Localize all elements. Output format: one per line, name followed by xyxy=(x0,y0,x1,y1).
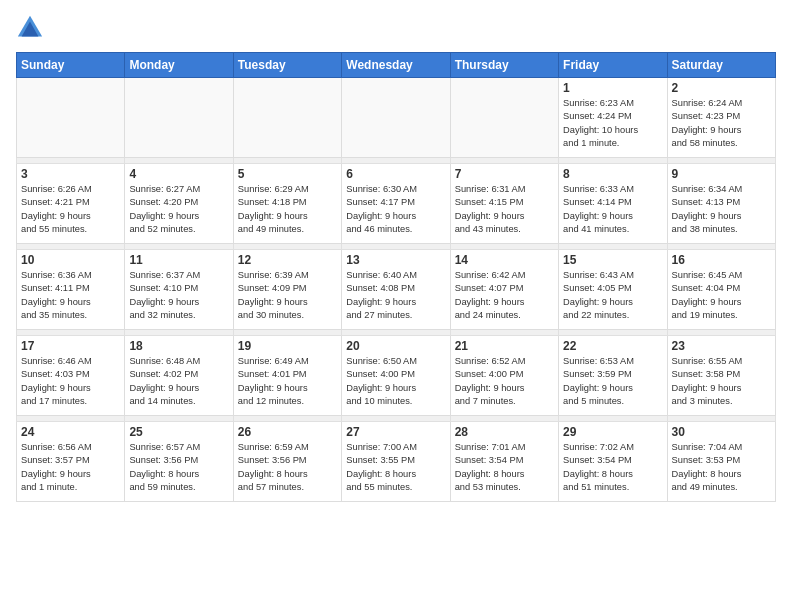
day-info: Sunrise: 6:43 AM Sunset: 4:05 PM Dayligh… xyxy=(563,269,662,323)
day-number: 18 xyxy=(129,339,228,353)
week-row-1: 1Sunrise: 6:23 AM Sunset: 4:24 PM Daylig… xyxy=(17,78,776,158)
day-number: 1 xyxy=(563,81,662,95)
day-cell: 24Sunrise: 6:56 AM Sunset: 3:57 PM Dayli… xyxy=(17,422,125,502)
day-cell: 2Sunrise: 6:24 AM Sunset: 4:23 PM Daylig… xyxy=(667,78,775,158)
week-row-5: 24Sunrise: 6:56 AM Sunset: 3:57 PM Dayli… xyxy=(17,422,776,502)
day-info: Sunrise: 6:31 AM Sunset: 4:15 PM Dayligh… xyxy=(455,183,554,237)
day-cell: 28Sunrise: 7:01 AM Sunset: 3:54 PM Dayli… xyxy=(450,422,558,502)
day-cell: 21Sunrise: 6:52 AM Sunset: 4:00 PM Dayli… xyxy=(450,336,558,416)
day-info: Sunrise: 6:36 AM Sunset: 4:11 PM Dayligh… xyxy=(21,269,120,323)
day-number: 11 xyxy=(129,253,228,267)
day-number: 10 xyxy=(21,253,120,267)
day-number: 28 xyxy=(455,425,554,439)
weekday-header-friday: Friday xyxy=(559,53,667,78)
day-cell: 6Sunrise: 6:30 AM Sunset: 4:17 PM Daylig… xyxy=(342,164,450,244)
day-cell: 13Sunrise: 6:40 AM Sunset: 4:08 PM Dayli… xyxy=(342,250,450,330)
day-cell: 8Sunrise: 6:33 AM Sunset: 4:14 PM Daylig… xyxy=(559,164,667,244)
day-number: 22 xyxy=(563,339,662,353)
day-info: Sunrise: 6:27 AM Sunset: 4:20 PM Dayligh… xyxy=(129,183,228,237)
day-number: 27 xyxy=(346,425,445,439)
day-cell: 9Sunrise: 6:34 AM Sunset: 4:13 PM Daylig… xyxy=(667,164,775,244)
day-number: 23 xyxy=(672,339,771,353)
day-cell: 15Sunrise: 6:43 AM Sunset: 4:05 PM Dayli… xyxy=(559,250,667,330)
week-row-4: 17Sunrise: 6:46 AM Sunset: 4:03 PM Dayli… xyxy=(17,336,776,416)
day-number: 9 xyxy=(672,167,771,181)
day-cell: 17Sunrise: 6:46 AM Sunset: 4:03 PM Dayli… xyxy=(17,336,125,416)
week-row-3: 10Sunrise: 6:36 AM Sunset: 4:11 PM Dayli… xyxy=(17,250,776,330)
week-row-2: 3Sunrise: 6:26 AM Sunset: 4:21 PM Daylig… xyxy=(17,164,776,244)
day-cell xyxy=(233,78,341,158)
day-cell: 19Sunrise: 6:49 AM Sunset: 4:01 PM Dayli… xyxy=(233,336,341,416)
day-info: Sunrise: 6:52 AM Sunset: 4:00 PM Dayligh… xyxy=(455,355,554,409)
logo xyxy=(16,16,46,44)
day-number: 17 xyxy=(21,339,120,353)
weekday-header-wednesday: Wednesday xyxy=(342,53,450,78)
day-info: Sunrise: 7:00 AM Sunset: 3:55 PM Dayligh… xyxy=(346,441,445,495)
day-info: Sunrise: 6:39 AM Sunset: 4:09 PM Dayligh… xyxy=(238,269,337,323)
weekday-header-saturday: Saturday xyxy=(667,53,775,78)
day-info: Sunrise: 7:01 AM Sunset: 3:54 PM Dayligh… xyxy=(455,441,554,495)
day-number: 16 xyxy=(672,253,771,267)
day-number: 15 xyxy=(563,253,662,267)
day-info: Sunrise: 6:30 AM Sunset: 4:17 PM Dayligh… xyxy=(346,183,445,237)
day-info: Sunrise: 6:46 AM Sunset: 4:03 PM Dayligh… xyxy=(21,355,120,409)
day-number: 13 xyxy=(346,253,445,267)
day-number: 12 xyxy=(238,253,337,267)
day-info: Sunrise: 6:33 AM Sunset: 4:14 PM Dayligh… xyxy=(563,183,662,237)
day-info: Sunrise: 6:48 AM Sunset: 4:02 PM Dayligh… xyxy=(129,355,228,409)
weekday-header-monday: Monday xyxy=(125,53,233,78)
day-cell: 10Sunrise: 6:36 AM Sunset: 4:11 PM Dayli… xyxy=(17,250,125,330)
day-number: 26 xyxy=(238,425,337,439)
day-number: 6 xyxy=(346,167,445,181)
day-info: Sunrise: 6:53 AM Sunset: 3:59 PM Dayligh… xyxy=(563,355,662,409)
weekday-header-sunday: Sunday xyxy=(17,53,125,78)
day-info: Sunrise: 6:37 AM Sunset: 4:10 PM Dayligh… xyxy=(129,269,228,323)
day-info: Sunrise: 6:59 AM Sunset: 3:56 PM Dayligh… xyxy=(238,441,337,495)
day-number: 14 xyxy=(455,253,554,267)
day-cell xyxy=(17,78,125,158)
day-info: Sunrise: 6:34 AM Sunset: 4:13 PM Dayligh… xyxy=(672,183,771,237)
day-info: Sunrise: 6:29 AM Sunset: 4:18 PM Dayligh… xyxy=(238,183,337,237)
day-cell: 18Sunrise: 6:48 AM Sunset: 4:02 PM Dayli… xyxy=(125,336,233,416)
day-number: 24 xyxy=(21,425,120,439)
day-number: 25 xyxy=(129,425,228,439)
weekday-header-tuesday: Tuesday xyxy=(233,53,341,78)
day-cell: 3Sunrise: 6:26 AM Sunset: 4:21 PM Daylig… xyxy=(17,164,125,244)
day-cell: 5Sunrise: 6:29 AM Sunset: 4:18 PM Daylig… xyxy=(233,164,341,244)
page: SundayMondayTuesdayWednesdayThursdayFrid… xyxy=(0,0,792,612)
day-cell xyxy=(125,78,233,158)
day-number: 8 xyxy=(563,167,662,181)
day-cell: 29Sunrise: 7:02 AM Sunset: 3:54 PM Dayli… xyxy=(559,422,667,502)
day-info: Sunrise: 7:02 AM Sunset: 3:54 PM Dayligh… xyxy=(563,441,662,495)
day-number: 4 xyxy=(129,167,228,181)
day-number: 20 xyxy=(346,339,445,353)
day-info: Sunrise: 6:57 AM Sunset: 3:56 PM Dayligh… xyxy=(129,441,228,495)
day-cell: 22Sunrise: 6:53 AM Sunset: 3:59 PM Dayli… xyxy=(559,336,667,416)
day-info: Sunrise: 6:45 AM Sunset: 4:04 PM Dayligh… xyxy=(672,269,771,323)
day-number: 3 xyxy=(21,167,120,181)
day-info: Sunrise: 6:42 AM Sunset: 4:07 PM Dayligh… xyxy=(455,269,554,323)
day-cell: 1Sunrise: 6:23 AM Sunset: 4:24 PM Daylig… xyxy=(559,78,667,158)
day-number: 5 xyxy=(238,167,337,181)
day-info: Sunrise: 6:40 AM Sunset: 4:08 PM Dayligh… xyxy=(346,269,445,323)
day-number: 30 xyxy=(672,425,771,439)
day-number: 29 xyxy=(563,425,662,439)
day-info: Sunrise: 6:23 AM Sunset: 4:24 PM Dayligh… xyxy=(563,97,662,151)
day-info: Sunrise: 6:24 AM Sunset: 4:23 PM Dayligh… xyxy=(672,97,771,151)
day-number: 2 xyxy=(672,81,771,95)
header xyxy=(16,16,776,44)
day-info: Sunrise: 6:50 AM Sunset: 4:00 PM Dayligh… xyxy=(346,355,445,409)
day-info: Sunrise: 6:55 AM Sunset: 3:58 PM Dayligh… xyxy=(672,355,771,409)
day-info: Sunrise: 6:26 AM Sunset: 4:21 PM Dayligh… xyxy=(21,183,120,237)
weekday-header-thursday: Thursday xyxy=(450,53,558,78)
day-number: 19 xyxy=(238,339,337,353)
day-info: Sunrise: 7:04 AM Sunset: 3:53 PM Dayligh… xyxy=(672,441,771,495)
logo-icon xyxy=(16,14,44,42)
day-cell: 16Sunrise: 6:45 AM Sunset: 4:04 PM Dayli… xyxy=(667,250,775,330)
day-cell: 25Sunrise: 6:57 AM Sunset: 3:56 PM Dayli… xyxy=(125,422,233,502)
weekday-header-row: SundayMondayTuesdayWednesdayThursdayFrid… xyxy=(17,53,776,78)
day-cell: 7Sunrise: 6:31 AM Sunset: 4:15 PM Daylig… xyxy=(450,164,558,244)
day-info: Sunrise: 6:49 AM Sunset: 4:01 PM Dayligh… xyxy=(238,355,337,409)
day-cell: 11Sunrise: 6:37 AM Sunset: 4:10 PM Dayli… xyxy=(125,250,233,330)
day-info: Sunrise: 6:56 AM Sunset: 3:57 PM Dayligh… xyxy=(21,441,120,495)
